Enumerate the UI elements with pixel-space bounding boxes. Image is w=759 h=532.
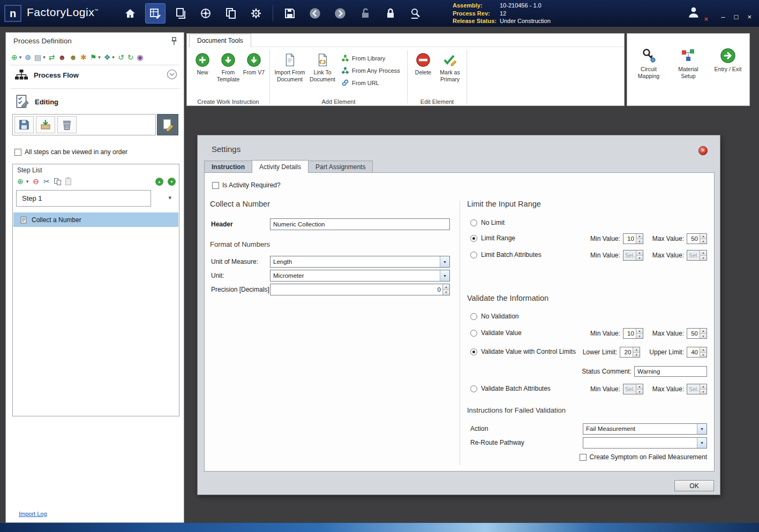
limit-batch-attributes-radio[interactable]: Limit Batch Attributes [470, 250, 542, 260]
tracking-icon[interactable] [196, 3, 216, 24]
tree-icon[interactable]: ❖ [104, 54, 111, 61]
from-any-process-button[interactable]: From Any Process [341, 66, 402, 74]
spinner-down-icon[interactable] [633, 352, 640, 358]
forward-icon[interactable] [330, 3, 350, 24]
import-step-button[interactable] [36, 116, 55, 133]
add-caret-icon[interactable]: ▾ [19, 55, 22, 60]
dropdown-arrow-icon[interactable] [697, 438, 707, 448]
add-step-caret-icon[interactable]: ▾ [26, 179, 29, 184]
checkbox-box-icon[interactable] [14, 149, 21, 156]
step-selector[interactable]: Step 1 [16, 190, 151, 207]
spinner-up-icon[interactable] [700, 329, 707, 333]
lock-icon[interactable] [380, 3, 401, 24]
back-icon[interactable] [305, 3, 325, 24]
cut-icon[interactable]: ✂ [43, 178, 50, 185]
spinner-down-icon[interactable] [636, 333, 643, 339]
all-steps-any-order-checkbox[interactable]: All steps can be viewed in any order [14, 148, 127, 156]
paste-icon[interactable] [65, 178, 71, 185]
production-icon[interactable] [170, 3, 191, 24]
move-step-down-icon[interactable]: ▼ [168, 178, 176, 186]
create-symptom-checkbox[interactable]: Create Symptom on Failed Measurement [580, 453, 707, 461]
entry-exit-button[interactable]: Entry / Exit [710, 48, 746, 94]
user-icon[interactable]: × [687, 5, 707, 22]
step-list-item-selected[interactable]: Collect a Number [13, 212, 178, 227]
delete-element-button[interactable]: Delete [410, 50, 436, 97]
dropdown-arrow-icon[interactable] [440, 270, 449, 281]
spinner-down-icon[interactable] [443, 290, 449, 295]
spinner-up-icon[interactable] [633, 347, 640, 352]
tab-activity-details[interactable]: Activity Details [252, 160, 309, 173]
maximize-button[interactable]: □ [734, 13, 739, 20]
limit-range-radio[interactable]: Limit Range [470, 233, 515, 243]
upper-limit-spinner[interactable]: 40 [687, 347, 707, 358]
spinner-up-icon[interactable] [700, 347, 707, 352]
edit-instruction-button[interactable] [157, 114, 178, 135]
close-button[interactable]: × [747, 13, 752, 20]
checkbox-box-icon[interactable] [212, 182, 219, 189]
dropdown-arrow-icon[interactable] [440, 256, 449, 267]
import-log-link[interactable]: Import Log [19, 511, 47, 517]
spinner-up-icon[interactable] [443, 284, 449, 290]
redo-icon[interactable]: ↻ [127, 54, 134, 61]
unit-of-measure-select[interactable]: Length [270, 256, 450, 268]
no-validation-radio[interactable]: No Validation [470, 311, 519, 321]
documents-icon[interactable] [221, 3, 241, 24]
mark-as-primary-button[interactable]: Mark as Primary [436, 50, 464, 97]
flag-icon[interactable]: ⚑ [90, 54, 97, 61]
validate-value-radio[interactable]: Validate Value [470, 328, 522, 338]
spinner-down-icon[interactable] [636, 239, 643, 244]
remove-step-icon[interactable]: ⊖ [33, 178, 39, 185]
ok-button[interactable]: OK [674, 480, 714, 491]
unit-select[interactable]: Micrometer [270, 270, 450, 282]
user-export-icon[interactable]: ☻ [58, 54, 66, 61]
tab-document-tools[interactable]: Document Tools [189, 34, 251, 47]
spinner-up-icon[interactable] [636, 234, 643, 239]
new-button[interactable]: New [190, 50, 215, 97]
collapse-circle-icon[interactable] [167, 69, 177, 80]
spinner-up-icon[interactable] [636, 329, 643, 333]
tree-caret-icon[interactable]: ▾ [112, 55, 115, 60]
from-library-button[interactable]: From Library [341, 54, 402, 62]
spinner-down-icon[interactable] [700, 333, 707, 339]
status-comment-input[interactable] [634, 366, 707, 377]
dropdown-arrow-icon[interactable] [697, 424, 707, 434]
tab-instruction[interactable]: Instruction [204, 161, 252, 173]
is-activity-required-checkbox[interactable]: Is Activity Required? [212, 181, 281, 189]
checkbox-box-icon[interactable] [580, 454, 587, 461]
spinner-down-icon[interactable] [700, 352, 707, 358]
limit-range-min-spinner[interactable]: 10 [623, 233, 643, 244]
print-caret-icon[interactable]: ▾ [43, 55, 46, 60]
copy-icon[interactable] [54, 178, 61, 185]
precision-spinner[interactable]: 0 [270, 284, 450, 295]
validate-control-limits-radio[interactable]: Validate Value with Control Limits [470, 347, 576, 356]
settings-gear-icon[interactable] [246, 3, 266, 24]
tab-part-assignments[interactable]: Part Assignments [308, 161, 373, 173]
add-icon[interactable]: ⊕ [11, 54, 18, 61]
circuit-mapping-button[interactable]: Circuit Mapping [631, 48, 666, 94]
unlock-icon[interactable] [355, 3, 375, 24]
pin-icon[interactable] [171, 37, 177, 45]
flag-caret-icon[interactable]: ▾ [98, 55, 101, 60]
from-template-button[interactable]: From Template [215, 50, 241, 97]
import-from-document-button[interactable]: Import From Document [273, 50, 307, 97]
from-v7-button[interactable]: From V7 [241, 50, 267, 97]
print-icon[interactable]: ▤ [34, 54, 41, 61]
undo-icon[interactable]: ↺ [118, 54, 124, 61]
validate-batch-attributes-radio[interactable]: Validate Batch Attributes [470, 384, 551, 393]
globe-icon[interactable]: ⊚ [25, 54, 31, 61]
step-selector-chevron-icon[interactable]: ▾ [168, 194, 171, 201]
reroute-pathway-select[interactable] [583, 437, 707, 449]
spinner-up-icon[interactable] [700, 234, 707, 239]
header-input[interactable] [270, 218, 450, 230]
save-icon[interactable] [280, 3, 300, 24]
process-definition-icon[interactable] [145, 3, 166, 24]
validate-value-min-spinner[interactable]: 10 [623, 328, 643, 339]
record-icon[interactable]: ◉ [137, 54, 143, 61]
material-setup-button[interactable]: Material Setup [671, 48, 706, 94]
save-step-button[interactable] [14, 116, 34, 133]
spinner-down-icon[interactable] [700, 239, 707, 244]
wizard-icon[interactable]: ✱ [80, 54, 87, 61]
delete-step-button[interactable] [57, 116, 77, 133]
move-step-up-icon[interactable]: ▲ [155, 178, 163, 186]
process-flow-header[interactable]: Process Flow [14, 67, 79, 83]
